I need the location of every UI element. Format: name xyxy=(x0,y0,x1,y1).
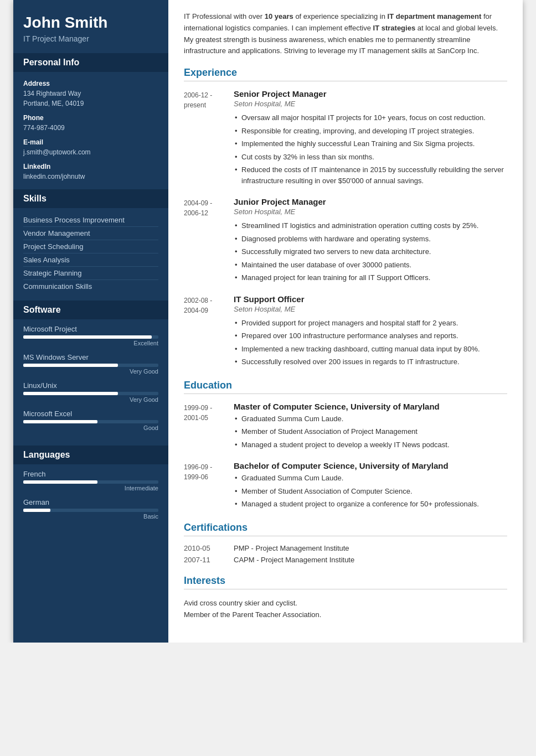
language-level: Basic xyxy=(23,513,158,520)
sidebar-header: John Smith IT Project Manager xyxy=(13,0,168,53)
entry: 1999-09 -2001-05 Master of Computer Scie… xyxy=(184,402,507,452)
bullet-item: Responsible for creating, improving, and… xyxy=(234,125,507,138)
software-name: MS Windows Server xyxy=(23,353,158,361)
email-value: j.smith@uptowork.com xyxy=(23,147,158,157)
skill-item: Project Scheduling xyxy=(23,240,158,253)
bullet-item: Implemented the highly successful Lean T… xyxy=(234,137,507,151)
interest-item: Member of the Parent Teacher Association… xyxy=(184,609,507,620)
entry-bullets: Graduated Summa Cum Laude.Member of Stud… xyxy=(234,412,507,452)
software-item: Microsoft Project Excellent xyxy=(23,325,158,346)
sidebar: John Smith IT Project Manager Personal I… xyxy=(13,0,168,643)
entry: 2006-12 -present Senior Project Manager … xyxy=(184,89,507,187)
skill-item: Sales Analysis xyxy=(23,253,158,267)
cert-date: 2007-11 xyxy=(184,556,234,564)
candidate-title: IT Project Manager xyxy=(23,34,158,43)
software-name: Microsoft Excel xyxy=(23,410,158,418)
software-bar-container xyxy=(23,335,158,339)
entry-subtitle: Seton Hospital, ME xyxy=(234,208,507,216)
software-bar-fill xyxy=(23,420,97,423)
entry-content: Master of Computer Science, University o… xyxy=(234,402,507,452)
software-bar-container xyxy=(23,420,158,423)
personal-info-title: Personal Info xyxy=(13,53,168,72)
entry-bullets: Graduated Summa Cum Laude.Member of Stud… xyxy=(234,472,507,511)
email-label: E-mail xyxy=(23,138,158,146)
bullet-item: Successfully resolved over 200 issues in… xyxy=(234,355,507,369)
phone-value: 774-987-4009 xyxy=(23,123,158,133)
entry: 1996-09 -1999-06 Bachelor of Computer Sc… xyxy=(184,461,507,511)
cert-entries: 2010-05 PMP - Project Management Institu… xyxy=(184,544,507,564)
entry-date: 1999-09 -2001-05 xyxy=(184,402,234,452)
software-item: Linux/Unix Very Good xyxy=(23,381,158,403)
language-level: Intermediate xyxy=(23,485,158,491)
bullet-item: Streamlined IT logistics and administrat… xyxy=(234,219,507,232)
entry-date: 2004-09 -2006-12 xyxy=(184,197,234,284)
language-item: German Basic xyxy=(23,498,158,520)
experience-section: Experience 2006-12 -present Senior Proje… xyxy=(184,67,507,369)
entry-content: Bachelor of Computer Science, University… xyxy=(234,461,507,511)
skills-list: Business Process ImprovementVendor Manag… xyxy=(13,208,168,301)
languages-title: Languages xyxy=(13,446,168,464)
interests-section: Interests Avid cross country skier and c… xyxy=(184,575,507,620)
bullet-item: Graduated Summa Cum Laude. xyxy=(234,472,507,485)
language-item: French Intermediate xyxy=(23,470,158,491)
bullet-item: Cut costs by 32% in less than six months… xyxy=(234,151,507,164)
skills-section: Skills Business Process ImprovementVendo… xyxy=(13,189,168,301)
skill-item: Communication Skills xyxy=(23,280,158,293)
entry-date: 2002-08 -2004-09 xyxy=(184,294,234,369)
personal-info-content: Address 134 Rightward Way Portland, ME, … xyxy=(13,72,168,189)
software-bar-fill xyxy=(23,364,118,367)
bullet-item: Managed a student project to organize a … xyxy=(234,498,507,511)
language-name: French xyxy=(23,470,158,478)
bullet-item: Managed project for lean training for al… xyxy=(234,271,507,284)
bullet-item: Oversaw all major hospital IT projects f… xyxy=(234,111,507,125)
bullet-item: Diagnosed problems with hardware and ope… xyxy=(234,232,507,246)
main-content: IT Professional with over 10 years of ex… xyxy=(168,0,523,643)
linkedin-label: LinkedIn xyxy=(23,163,158,170)
cert-text: CAPM - Project Management Institute xyxy=(234,556,354,564)
education-entries: 1999-09 -2001-05 Master of Computer Scie… xyxy=(184,402,507,511)
bullet-item: Successfully migrated two servers to new… xyxy=(234,245,507,258)
experience-title: Experience xyxy=(184,67,507,81)
language-bar-container xyxy=(23,509,158,512)
interests-title: Interests xyxy=(184,575,507,589)
bullet-item: Managed a student project to develop a w… xyxy=(234,438,507,452)
entry-date: 1996-09 -1999-06 xyxy=(184,461,234,511)
personal-info-section: Personal Info Address 134 Rightward Way … xyxy=(13,53,168,189)
entry-title: Master of Computer Science, University o… xyxy=(234,402,507,411)
bullet-item: Prepared over 100 infrastructure perform… xyxy=(234,329,507,343)
entry-bullets: Oversaw all major hospital IT projects f… xyxy=(234,111,507,187)
education-title: Education xyxy=(184,380,507,394)
language-bar-container xyxy=(23,480,158,484)
entry-date: 2006-12 -present xyxy=(184,89,234,187)
software-title: Software xyxy=(13,301,168,319)
entry-title: IT Support Officer xyxy=(234,294,507,304)
skill-item: Vendor Management xyxy=(23,227,158,240)
entry: 2002-08 -2004-09 IT Support Officer Seto… xyxy=(184,294,507,369)
certifications-title: Certifications xyxy=(184,522,507,536)
software-bar-fill xyxy=(23,392,118,395)
language-name: German xyxy=(23,498,158,506)
language-bar-fill xyxy=(23,509,50,512)
bullet-item: Member of Student Association of Project… xyxy=(234,425,507,438)
software-item: MS Windows Server Very Good xyxy=(23,353,158,375)
software-section: Software Microsoft Project Excellent MS … xyxy=(13,301,168,446)
languages-list: French Intermediate German Basic xyxy=(13,464,168,534)
software-bar-fill xyxy=(23,335,152,339)
interest-item: Avid cross country skier and cyclist. xyxy=(184,597,507,609)
entry-content: Junior Project Manager Seton Hospital, M… xyxy=(234,197,507,284)
software-level: Excellent xyxy=(23,340,158,346)
interests-list: Avid cross country skier and cyclist.Mem… xyxy=(184,597,507,620)
software-level: Very Good xyxy=(23,396,158,403)
entry-subtitle: Seton Hospital, ME xyxy=(234,305,507,313)
entry-content: Senior Project Manager Seton Hospital, M… xyxy=(234,89,507,187)
software-name: Linux/Unix xyxy=(23,381,158,390)
bullet-item: Graduated Summa Cum Laude. xyxy=(234,412,507,426)
entry-title: Senior Project Manager xyxy=(234,89,507,99)
cert-row: 2010-05 PMP - Project Management Institu… xyxy=(184,544,507,552)
education-section: Education 1999-09 -2001-05 Master of Com… xyxy=(184,380,507,511)
experience-entries: 2006-12 -present Senior Project Manager … xyxy=(184,89,507,369)
entry-title: Bachelor of Computer Science, University… xyxy=(234,461,507,470)
software-level: Good xyxy=(23,424,158,431)
software-list: Microsoft Project Excellent MS Windows S… xyxy=(13,319,168,446)
language-bar-fill xyxy=(23,480,97,484)
